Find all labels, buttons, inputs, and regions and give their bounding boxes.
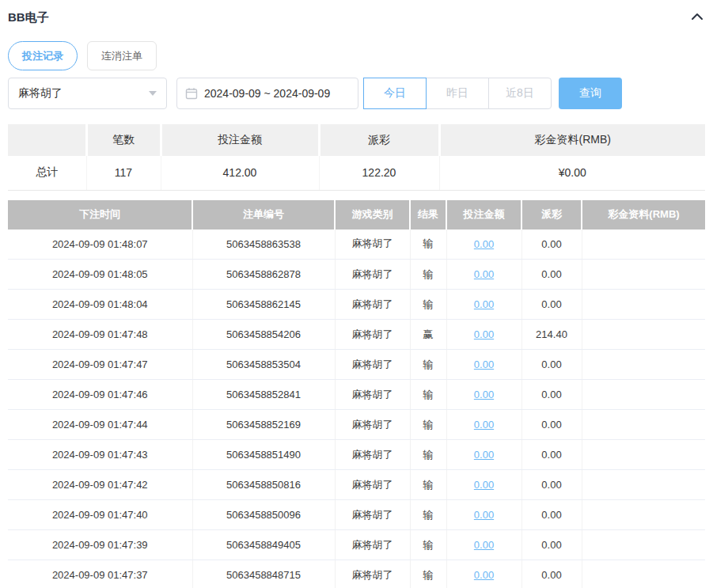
- cell-bet-amount: 0.00: [446, 290, 521, 320]
- summary-header-row: 笔数 投注金额 派彩 彩金资料(RMB): [8, 124, 705, 156]
- cell-order-no: 5063458854206: [192, 320, 335, 350]
- chevron-up-icon: [691, 12, 704, 24]
- cell-game-type: 麻将胡了: [335, 500, 410, 530]
- col-header-bet-time: 下注时间: [8, 200, 192, 230]
- col-header-game-type: 游戏类别: [335, 200, 410, 230]
- game-select[interactable]: 麻将胡了: [8, 78, 167, 109]
- cell-game-type: 麻将胡了: [335, 530, 410, 560]
- summary-total-label: 总计: [8, 156, 86, 190]
- cell-bet-amount: 0.00: [446, 560, 521, 588]
- cell-bet-time: 2024-09-09 01:47:44: [8, 410, 192, 440]
- panel-header: BB电子: [8, 8, 705, 27]
- bet-amount-link[interactable]: 0.00: [474, 298, 494, 310]
- summary-total-count: 117: [86, 156, 161, 190]
- cell-bonus: [582, 320, 705, 350]
- cell-bonus: [582, 350, 705, 380]
- cell-order-no: 5063458851490: [192, 440, 335, 470]
- bet-amount-link[interactable]: 0.00: [474, 358, 494, 370]
- cell-order-no: 5063458849405: [192, 530, 335, 560]
- cell-bonus: [582, 530, 705, 560]
- table-row: 2024-09-09 01:48:07 5063458863538 麻将胡了 输…: [8, 230, 705, 260]
- cell-payout: 0.00: [521, 230, 582, 260]
- table-row: 2024-09-09 01:47:48 5063458854206 麻将胡了 赢…: [8, 320, 705, 350]
- cell-bet-time: 2024-09-09 01:47:47: [8, 350, 192, 380]
- cell-payout: 0.00: [521, 470, 582, 500]
- bet-amount-link[interactable]: 0.00: [474, 419, 494, 431]
- cell-order-no: 5063458853504: [192, 350, 335, 380]
- bet-amount-link[interactable]: 0.00: [474, 539, 494, 551]
- summary-header-blank: [8, 124, 86, 156]
- cell-game-type: 麻将胡了: [335, 440, 410, 470]
- cell-payout: 0.00: [521, 440, 582, 470]
- cell-payout: 0.00: [521, 530, 582, 560]
- cell-payout: 0.00: [521, 260, 582, 290]
- cell-result: 赢: [410, 320, 446, 350]
- collapse-panel-button[interactable]: [689, 10, 705, 25]
- quick-range-button[interactable]: 今日: [363, 78, 427, 109]
- cell-bonus: [582, 230, 705, 260]
- cell-bonus: [582, 560, 705, 588]
- cell-payout: 0.00: [521, 380, 582, 410]
- cell-bet-time: 2024-09-09 01:47:43: [8, 440, 192, 470]
- cell-bet-time: 2024-09-09 01:47:40: [8, 500, 192, 530]
- bet-amount-link[interactable]: 0.00: [474, 509, 494, 521]
- col-header-bonus: 彩金资料(RMB): [582, 200, 705, 230]
- cell-bet-amount: 0.00: [446, 410, 521, 440]
- col-header-bet-amount: 投注金额: [446, 200, 521, 230]
- cell-bet-amount: 0.00: [446, 320, 521, 350]
- table-row: 2024-09-09 01:48:04 5063458862145 麻将胡了 输…: [8, 290, 705, 320]
- bet-amount-link[interactable]: 0.00: [474, 449, 494, 461]
- cell-game-type: 麻将胡了: [335, 470, 410, 500]
- summary-total-bet-amount: 412.00: [161, 156, 319, 190]
- records-header-row: 下注时间 注单编号 游戏类别 结果 投注金额 派彩 彩金资料(RMB): [8, 200, 705, 230]
- cell-bonus: [582, 410, 705, 440]
- cell-bet-time: 2024-09-09 01:47:37: [8, 560, 192, 588]
- bet-amount-link[interactable]: 0.00: [474, 479, 494, 491]
- bet-amount-link[interactable]: 0.00: [474, 569, 494, 581]
- cell-bet-time: 2024-09-09 01:48:07: [8, 230, 192, 260]
- date-range-input[interactable]: 2024-09-09 ~ 2024-09-09: [176, 78, 358, 109]
- records-table: 下注时间 注单编号 游戏类别 结果 投注金额 派彩 彩金资料(RMB) 2024…: [8, 200, 705, 588]
- table-row: 2024-09-09 01:48:05 5063458862878 麻将胡了 输…: [8, 260, 705, 290]
- cell-bonus: [582, 260, 705, 290]
- cell-order-no: 5063458862878: [192, 260, 335, 290]
- cell-bonus: [582, 440, 705, 470]
- cell-game-type: 麻将胡了: [335, 320, 410, 350]
- bet-amount-link[interactable]: 0.00: [474, 328, 494, 340]
- date-range-value: 2024-09-09 ~ 2024-09-09: [204, 87, 330, 100]
- quick-range-button[interactable]: 近8日: [488, 78, 552, 109]
- summary-total-bonus: ¥0.00: [439, 156, 705, 190]
- tab-item[interactable]: 连消注单: [87, 41, 157, 70]
- cell-bonus: [582, 470, 705, 500]
- table-row: 2024-09-09 01:47:46 5063458852841 麻将胡了 输…: [8, 380, 705, 410]
- summary-table: 笔数 投注金额 派彩 彩金资料(RMB) 总计 117 412.00 122.2…: [8, 124, 705, 191]
- summary-total-row: 总计 117 412.00 122.20 ¥0.00: [8, 156, 705, 190]
- cell-payout: 0.00: [521, 290, 582, 320]
- cell-result: 输: [410, 290, 446, 320]
- cell-payout: 214.40: [521, 320, 582, 350]
- cell-game-type: 麻将胡了: [335, 260, 410, 290]
- cell-game-type: 麻将胡了: [335, 350, 410, 380]
- bet-amount-link[interactable]: 0.00: [474, 238, 494, 250]
- bet-amount-link[interactable]: 0.00: [474, 389, 494, 400]
- summary-header-count: 笔数: [86, 124, 161, 156]
- filter-toolbar: 麻将胡了 2024-09-09 ~ 2024-09-09 今日 昨日 近8日 查…: [8, 77, 705, 110]
- chevron-down-icon: [149, 91, 157, 96]
- calendar-icon: [185, 87, 198, 100]
- cell-bet-amount: 0.00: [446, 470, 521, 500]
- tab-item[interactable]: 投注记录: [8, 41, 78, 70]
- cell-bet-amount: 0.00: [446, 380, 521, 410]
- cell-order-no: 5063458850096: [192, 500, 335, 530]
- cell-bonus: [582, 380, 705, 410]
- bet-amount-link[interactable]: 0.00: [474, 268, 494, 280]
- cell-game-type: 麻将胡了: [335, 230, 410, 260]
- page-title: BB电子: [8, 10, 49, 25]
- table-row: 2024-09-09 01:47:44 5063458852169 麻将胡了 输…: [8, 410, 705, 440]
- cell-order-no: 5063458862145: [192, 290, 335, 320]
- cell-result: 输: [410, 500, 446, 530]
- cell-bet-amount: 0.00: [446, 260, 521, 290]
- table-row: 2024-09-09 01:47:39 5063458849405 麻将胡了 输…: [8, 530, 705, 560]
- cell-result: 输: [410, 470, 446, 500]
- quick-range-button[interactable]: 昨日: [426, 78, 489, 109]
- search-button[interactable]: 查询: [559, 78, 622, 109]
